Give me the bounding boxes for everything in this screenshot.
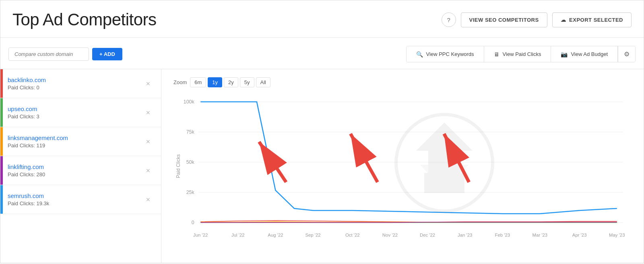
domain-input[interactable]: [8, 47, 89, 61]
competitor-domain-5[interactable]: semrush.com: [8, 192, 49, 199]
view-tabs: 🔍 View PPC Keywords 🖥 View Paid Clicks 📷…: [406, 46, 636, 62]
chart-panel: Zoom 6m 1y 2y 5y All: [161, 69, 644, 263]
competitor-domain-4[interactable]: linklifting.com: [8, 163, 45, 170]
svg-text:Mar '23: Mar '23: [533, 233, 548, 237]
competitor-domain-1[interactable]: backlinko.com: [8, 76, 46, 83]
competitor-metric-2: Paid Clicks: 3: [8, 113, 39, 120]
tab-paid-clicks-label: View Paid Clicks: [503, 51, 541, 57]
export-icon: ☁: [561, 17, 566, 23]
zoom-controls: Zoom 6m 1y 2y 5y All: [173, 77, 632, 87]
custom-domain-area: + ADD: [8, 47, 122, 61]
zoom-5y-button[interactable]: 5y: [240, 77, 254, 87]
svg-text:Oct '22: Oct '22: [345, 233, 360, 237]
export-selected-button[interactable]: ☁ EXPORT SELECTED: [552, 12, 632, 27]
list-item: backlinko.com Paid Clicks: 0 ✕: [0, 69, 161, 98]
svg-text:Jun '22: Jun '22: [193, 233, 208, 237]
competitor-info-5: semrush.com Paid Clicks: 19.3k: [0, 192, 49, 206]
remove-button-1[interactable]: ✕: [142, 79, 154, 89]
svg-text:100k: 100k: [184, 99, 195, 105]
panel-row: backlinko.com Paid Clicks: 0 ✕ upseo.com…: [0, 69, 644, 263]
svg-text:Jan '23: Jan '23: [458, 233, 472, 237]
page-title: Top Ad Competitors: [12, 10, 157, 29]
svg-text:Dec '22: Dec '22: [420, 233, 435, 237]
competitor-metric-4: Paid Clicks: 280: [8, 171, 45, 177]
svg-text:Jul '22: Jul '22: [231, 233, 245, 237]
competitor-domain-3[interactable]: linksmanagement.com: [8, 134, 68, 141]
remove-button-4[interactable]: ✕: [142, 166, 154, 175]
remove-button-5[interactable]: ✕: [142, 195, 154, 204]
svg-text:Sep '22: Sep '22: [305, 233, 320, 237]
svg-text:Feb '23: Feb '23: [495, 233, 510, 237]
remove-button-3[interactable]: ✕: [142, 137, 154, 146]
zoom-2y-button[interactable]: 2y: [224, 77, 238, 87]
competitor-metric-5: Paid Clicks: 19.3k: [8, 200, 49, 206]
list-item: upseo.com Paid Clicks: 3 ✕: [0, 98, 161, 127]
competitor-metric-3: Paid Clicks: 119: [8, 142, 68, 148]
help-button[interactable]: ?: [442, 12, 456, 27]
ad-budget-icon: 📷: [561, 51, 568, 58]
svg-text:Apr '23: Apr '23: [572, 233, 587, 237]
chart-svg: 100k 75k 50k 25k 0 Paid Clicks Jun '22 J…: [173, 94, 632, 255]
list-item: semrush.com Paid Clicks: 19.3k ✕: [0, 185, 161, 214]
zoom-1y-button[interactable]: 1y: [208, 77, 222, 87]
settings-tab[interactable]: ⚙: [618, 46, 635, 62]
zoom-6m-button[interactable]: 6m: [190, 77, 206, 87]
svg-text:25k: 25k: [186, 190, 195, 195]
competitor-info-4: linklifting.com Paid Clicks: 280: [0, 163, 45, 177]
list-item: linklifting.com Paid Clicks: 280 ✕: [0, 156, 161, 185]
tab-paid-clicks[interactable]: 🖥 View Paid Clicks: [484, 46, 551, 62]
tab-ad-budget[interactable]: 📷 View Ad Budget: [551, 46, 618, 62]
tab-ad-budget-label: View Ad Budget: [571, 51, 608, 57]
tab-ppc-keywords[interactable]: 🔍 View PPC Keywords: [407, 46, 484, 62]
zoom-all-button[interactable]: All: [256, 77, 270, 87]
remove-button-2[interactable]: ✕: [142, 108, 154, 118]
toolbar-row: + ADD 🔍 View PPC Keywords 🖥 View Paid Cl…: [0, 46, 644, 69]
competitor-info-3: linksmanagement.com Paid Clicks: 119: [0, 134, 68, 148]
zoom-label: Zoom: [173, 79, 187, 85]
view-seo-competitors-button[interactable]: VIEW SEO COMPETITORS: [461, 12, 547, 27]
main-content: + ADD 🔍 View PPC Keywords 🖥 View Paid Cl…: [0, 38, 644, 263]
paid-clicks-icon: 🖥: [494, 51, 500, 58]
list-item: linksmanagement.com Paid Clicks: 119 ✕: [0, 127, 161, 156]
svg-text:Paid Clicks: Paid Clicks: [175, 154, 181, 178]
color-bar-1: [0, 69, 3, 98]
svg-text:0: 0: [192, 220, 194, 225]
competitor-domain-2[interactable]: upseo.com: [8, 105, 39, 112]
svg-text:Nov '22: Nov '22: [382, 233, 398, 237]
settings-icon: ⚙: [624, 50, 630, 58]
page-wrapper: Top Ad Competitors ? VIEW SEO COMPETITOR…: [0, 0, 644, 263]
competitors-panel: backlinko.com Paid Clicks: 0 ✕ upseo.com…: [0, 69, 161, 263]
svg-text:50k: 50k: [186, 159, 195, 165]
svg-text:May '23: May '23: [609, 233, 625, 237]
add-domain-button[interactable]: + ADD: [92, 48, 122, 60]
chart-container: 100k 75k 50k 25k 0 Paid Clicks Jun '22 J…: [173, 94, 632, 255]
color-bar-3: [0, 127, 3, 156]
color-bar-5: [0, 185, 3, 214]
header-actions: ? VIEW SEO COMPETITORS ☁ EXPORT SELECTED: [442, 12, 632, 27]
competitor-info-1: backlinko.com Paid Clicks: 0: [0, 76, 46, 91]
svg-text:Aug '22: Aug '22: [268, 233, 283, 237]
competitor-info-2: upseo.com Paid Clicks: 3: [0, 105, 39, 120]
color-bar-4: [0, 156, 3, 185]
competitor-metric-1: Paid Clicks: 0: [8, 85, 46, 91]
tab-ppc-label: View PPC Keywords: [426, 51, 474, 57]
svg-text:75k: 75k: [186, 129, 195, 135]
page-header: Top Ad Competitors ? VIEW SEO COMPETITOR…: [0, 0, 644, 38]
ppc-icon: 🔍: [416, 51, 423, 58]
color-bar-2: [0, 98, 3, 127]
